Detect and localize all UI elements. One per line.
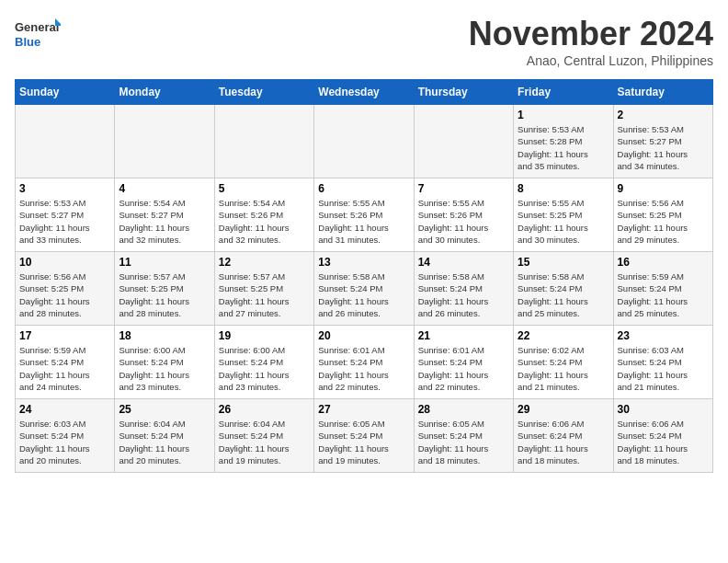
logo: General Blue	[15, 15, 61, 52]
header-monday: Monday	[115, 80, 214, 105]
logo-svg: General Blue	[15, 15, 61, 52]
header: General Blue November 2024 Anao, Central…	[15, 15, 713, 68]
day-info: Sunrise: 5:59 AM Sunset: 5:24 PM Dayligh…	[618, 270, 709, 319]
calendar-table: SundayMondayTuesdayWednesdayThursdayFrid…	[15, 79, 713, 473]
day-info: Sunrise: 5:54 AM Sunset: 5:27 PM Dayligh…	[119, 197, 210, 246]
calendar-cell: 3Sunrise: 5:53 AM Sunset: 5:27 PM Daylig…	[16, 178, 115, 252]
day-info: Sunrise: 6:05 AM Sunset: 5:24 PM Dayligh…	[418, 418, 509, 466]
month-title: November 2024	[469, 15, 713, 53]
day-number: 24	[19, 403, 110, 416]
calendar-cell	[314, 105, 414, 178]
day-info: Sunrise: 5:58 AM Sunset: 5:24 PM Dayligh…	[518, 270, 609, 319]
calendar-week-row: 3Sunrise: 5:53 AM Sunset: 5:27 PM Daylig…	[16, 178, 713, 252]
day-info: Sunrise: 5:57 AM Sunset: 5:25 PM Dayligh…	[219, 270, 310, 319]
day-number: 5	[219, 182, 310, 195]
calendar-cell: 12Sunrise: 5:57 AM Sunset: 5:25 PM Dayli…	[214, 252, 313, 326]
calendar-cell: 7Sunrise: 5:55 AM Sunset: 5:26 PM Daylig…	[414, 178, 513, 252]
day-number: 4	[119, 182, 210, 195]
day-info: Sunrise: 5:55 AM Sunset: 5:25 PM Dayligh…	[518, 197, 609, 246]
day-number: 11	[119, 256, 210, 269]
day-info: Sunrise: 5:57 AM Sunset: 5:25 PM Dayligh…	[119, 270, 210, 319]
day-info: Sunrise: 6:05 AM Sunset: 5:24 PM Dayligh…	[318, 418, 409, 466]
calendar-cell: 15Sunrise: 5:58 AM Sunset: 5:24 PM Dayli…	[514, 252, 613, 326]
day-number: 19	[219, 329, 310, 342]
svg-text:General: General	[15, 20, 59, 34]
day-number: 25	[119, 403, 210, 416]
calendar-cell: 16Sunrise: 5:59 AM Sunset: 5:24 PM Dayli…	[613, 252, 712, 326]
day-info: Sunrise: 6:04 AM Sunset: 5:24 PM Dayligh…	[119, 418, 210, 466]
svg-text:Blue: Blue	[15, 35, 40, 49]
day-info: Sunrise: 5:56 AM Sunset: 5:25 PM Dayligh…	[618, 197, 709, 246]
day-info: Sunrise: 5:59 AM Sunset: 5:24 PM Dayligh…	[19, 344, 110, 393]
calendar-cell: 18Sunrise: 6:00 AM Sunset: 5:24 PM Dayli…	[115, 326, 214, 399]
day-number: 12	[219, 256, 310, 269]
calendar-cell: 26Sunrise: 6:04 AM Sunset: 5:24 PM Dayli…	[214, 399, 313, 473]
calendar-header-row: SundayMondayTuesdayWednesdayThursdayFrid…	[16, 80, 713, 105]
calendar-cell: 4Sunrise: 5:54 AM Sunset: 5:27 PM Daylig…	[115, 178, 214, 252]
day-number: 27	[318, 403, 409, 416]
calendar-week-row: 17Sunrise: 5:59 AM Sunset: 5:24 PM Dayli…	[16, 326, 713, 399]
calendar-cell: 20Sunrise: 6:01 AM Sunset: 5:24 PM Dayli…	[314, 326, 414, 399]
day-number: 20	[318, 329, 409, 342]
header-tuesday: Tuesday	[214, 80, 313, 105]
calendar-cell	[16, 105, 115, 178]
calendar-cell: 24Sunrise: 6:03 AM Sunset: 5:24 PM Dayli…	[16, 399, 115, 473]
location-subtitle: Anao, Central Luzon, Philippines	[469, 53, 713, 68]
day-info: Sunrise: 5:56 AM Sunset: 5:25 PM Dayligh…	[19, 270, 110, 319]
day-number: 18	[119, 329, 210, 342]
header-friday: Friday	[514, 80, 613, 105]
calendar-cell: 9Sunrise: 5:56 AM Sunset: 5:25 PM Daylig…	[613, 178, 712, 252]
day-number: 30	[618, 403, 709, 416]
day-number: 2	[618, 109, 709, 121]
header-wednesday: Wednesday	[314, 80, 414, 105]
day-info: Sunrise: 6:00 AM Sunset: 5:24 PM Dayligh…	[219, 344, 310, 393]
day-info: Sunrise: 6:02 AM Sunset: 5:24 PM Dayligh…	[518, 344, 609, 393]
header-thursday: Thursday	[414, 80, 513, 105]
day-number: 14	[418, 256, 509, 269]
day-number: 17	[19, 329, 110, 342]
day-number: 28	[418, 403, 509, 416]
calendar-cell: 28Sunrise: 6:05 AM Sunset: 5:24 PM Dayli…	[414, 399, 513, 473]
day-info: Sunrise: 6:01 AM Sunset: 5:24 PM Dayligh…	[318, 344, 409, 393]
calendar-cell: 27Sunrise: 6:05 AM Sunset: 5:24 PM Dayli…	[314, 399, 414, 473]
calendar-week-row: 10Sunrise: 5:56 AM Sunset: 5:25 PM Dayli…	[16, 252, 713, 326]
calendar-cell: 6Sunrise: 5:55 AM Sunset: 5:26 PM Daylig…	[314, 178, 414, 252]
day-info: Sunrise: 5:58 AM Sunset: 5:24 PM Dayligh…	[418, 270, 509, 319]
calendar-cell: 5Sunrise: 5:54 AM Sunset: 5:26 PM Daylig…	[214, 178, 313, 252]
day-info: Sunrise: 5:53 AM Sunset: 5:28 PM Dayligh…	[518, 123, 609, 172]
day-number: 13	[318, 256, 409, 269]
calendar-cell: 29Sunrise: 6:06 AM Sunset: 6:24 PM Dayli…	[514, 399, 613, 473]
day-info: Sunrise: 5:53 AM Sunset: 5:27 PM Dayligh…	[19, 197, 110, 246]
day-number: 9	[618, 182, 709, 195]
calendar-cell: 2Sunrise: 5:53 AM Sunset: 5:27 PM Daylig…	[613, 105, 712, 178]
calendar-cell: 10Sunrise: 5:56 AM Sunset: 5:25 PM Dayli…	[16, 252, 115, 326]
day-number: 7	[418, 182, 509, 195]
day-info: Sunrise: 5:54 AM Sunset: 5:26 PM Dayligh…	[219, 197, 310, 246]
calendar-week-row: 24Sunrise: 6:03 AM Sunset: 5:24 PM Dayli…	[16, 399, 713, 473]
calendar-cell: 22Sunrise: 6:02 AM Sunset: 5:24 PM Dayli…	[514, 326, 613, 399]
day-info: Sunrise: 6:00 AM Sunset: 5:24 PM Dayligh…	[119, 344, 210, 393]
day-number: 23	[618, 329, 709, 342]
day-info: Sunrise: 6:03 AM Sunset: 5:24 PM Dayligh…	[19, 418, 110, 466]
day-number: 1	[518, 109, 609, 121]
day-number: 3	[19, 182, 110, 195]
header-sunday: Sunday	[16, 80, 115, 105]
day-number: 15	[518, 256, 609, 269]
day-number: 26	[219, 403, 310, 416]
day-number: 8	[518, 182, 609, 195]
calendar-cell: 30Sunrise: 6:06 AM Sunset: 5:24 PM Dayli…	[613, 399, 712, 473]
day-number: 10	[19, 256, 110, 269]
day-number: 6	[318, 182, 409, 195]
day-number: 16	[618, 256, 709, 269]
calendar-cell: 21Sunrise: 6:01 AM Sunset: 5:24 PM Dayli…	[414, 326, 513, 399]
day-number: 29	[518, 403, 609, 416]
day-info: Sunrise: 6:06 AM Sunset: 5:24 PM Dayligh…	[618, 418, 709, 466]
calendar-cell: 23Sunrise: 6:03 AM Sunset: 5:24 PM Dayli…	[613, 326, 712, 399]
day-info: Sunrise: 5:53 AM Sunset: 5:27 PM Dayligh…	[618, 123, 709, 172]
calendar-cell: 13Sunrise: 5:58 AM Sunset: 5:24 PM Dayli…	[314, 252, 414, 326]
calendar-cell	[414, 105, 513, 178]
calendar-cell: 25Sunrise: 6:04 AM Sunset: 5:24 PM Dayli…	[115, 399, 214, 473]
calendar-cell: 11Sunrise: 5:57 AM Sunset: 5:25 PM Dayli…	[115, 252, 214, 326]
header-saturday: Saturday	[613, 80, 712, 105]
calendar-cell: 17Sunrise: 5:59 AM Sunset: 5:24 PM Dayli…	[16, 326, 115, 399]
